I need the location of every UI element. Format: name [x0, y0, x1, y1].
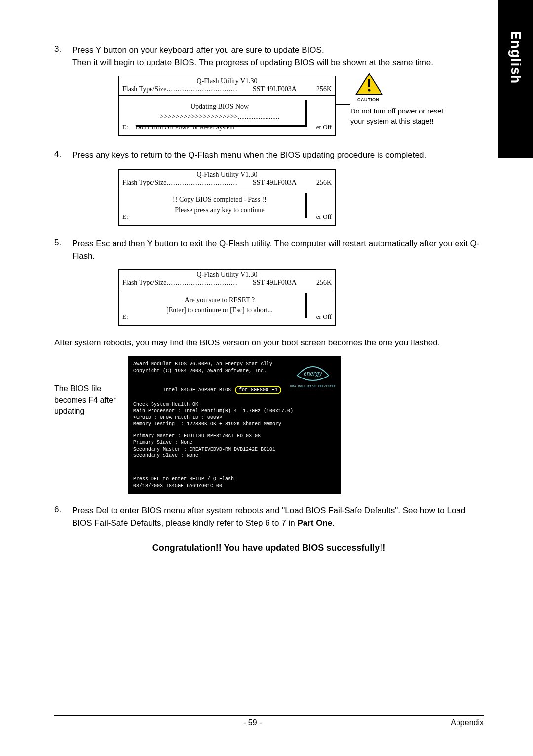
bios-box: Q-Flash Utility V1.30 Flash Type/Size SS…: [118, 169, 336, 226]
epa-text: EPA POLLUTION PREVENTER: [290, 385, 336, 388]
bios-flash-row: Flash Type/Size SST 49LF003A 256K: [119, 279, 335, 289]
page-footer: - 59 - Appendix: [54, 715, 484, 727]
bios-left-e: E:: [122, 123, 128, 131]
bios-panel-updating: Q-Flash Utility V1.30 Flash Type/Size SS…: [118, 76, 484, 140]
caution-text: Do not turn off power or reset your syst…: [350, 106, 449, 127]
bios-version-highlight: for 8GE800 F4: [235, 386, 281, 395]
step-6-text-a: Press Del to enter BIOS menu after syste…: [72, 506, 465, 528]
step-text: Press Esc and then Y button to exit the …: [72, 238, 484, 262]
step-text: Press Del to enter BIOS menu after syste…: [72, 505, 484, 529]
language-tab: English: [498, 0, 533, 158]
boot-line: <CPUID : 0F0A Patch ID : 0009>: [133, 415, 336, 421]
boot-line: Press DEL to enter SETUP / Q-Flash: [133, 476, 234, 483]
bios-reset-line2: [Enter] to continure or [Esc] to abort..…: [140, 305, 300, 315]
bios-flash-label: Flash Type/Size: [122, 179, 166, 187]
bios-flash-dots: [166, 279, 253, 287]
bios-flash-size: 256K: [297, 179, 332, 187]
caution-icon: [355, 73, 383, 98]
bios-box: Q-Flash Utility V1.30 Flash Type/Size SS…: [118, 269, 336, 326]
step-4: 4. Press any keys to return to the Q-Fla…: [54, 150, 484, 162]
step-3-line-1: Press Y button on your keyboard after yo…: [72, 45, 324, 55]
step-6-part-one: Part One: [297, 518, 332, 528]
bios-inner-panel: Are you sure to RESET ? [Enter] to conti…: [134, 291, 305, 319]
language-tab-label: English: [508, 31, 524, 84]
step-3-line-2: Then it will begin to update BIOS. The p…: [72, 58, 433, 67]
footer-section: Appendix: [451, 718, 484, 727]
bios-right-off: er Off: [316, 313, 332, 321]
boot-screen: energy EPA POLLUTION PREVENTER Award Mod…: [128, 356, 341, 494]
bios-left-e: E:: [122, 213, 128, 221]
caution-label: CAUTION: [357, 97, 380, 102]
step-6-text-c: .: [332, 518, 335, 528]
bios-flash-dots: [166, 85, 253, 93]
boot-line: 03/18/2003-I845GE-6A69YG01C-00: [133, 483, 234, 490]
bios-inner-panel: !! Copy BIOS completed - Pass !! Please …: [134, 191, 305, 219]
bios-left-e: E:: [122, 313, 128, 321]
bios-flash-label: Flash Type/Size: [122, 85, 166, 93]
bios-flash-row: Flash Type/Size SST 49LF003A 256K: [119, 179, 335, 189]
bios-title: Q-Flash Utility V1.30: [119, 170, 335, 179]
congratulation-heading: Congratulation!! You have updated BIOS s…: [54, 543, 484, 553]
bios-title: Q-Flash Utility V1.30: [119, 76, 335, 85]
boot-line: Secondary Master : CREATIVEDVD-RM DVD124…: [133, 446, 336, 453]
bios-flash-value: SST 49LF003A: [253, 179, 297, 187]
step-text: Press Y button on your keyboard after yo…: [72, 44, 484, 69]
boot-bios-prefix: Intel 845GE AGPSet BIOS: [163, 387, 234, 393]
bios-reset-line1: Are you sure to RESET ?: [140, 295, 300, 305]
step-number: 6.: [54, 505, 72, 529]
boot-line: Primary Slave : None: [133, 439, 336, 446]
step-5: 5. Press Esc and then Y button to exit t…: [54, 238, 484, 262]
step-number: 5.: [54, 238, 72, 262]
step-3: 3. Press Y button on your keyboard after…: [54, 44, 484, 69]
bios-flash-dots: [166, 179, 253, 187]
bios-flash-value: SST 49LF003A: [253, 85, 297, 93]
bios-panel-reset: Q-Flash Utility V1.30 Flash Type/Size SS…: [118, 269, 484, 328]
boot-line: Secondary Slave : None: [133, 453, 336, 459]
step-number: 3.: [54, 44, 72, 69]
boot-line: Check System Health OK: [133, 401, 336, 408]
step-6: 6. Press Del to enter BIOS menu after sy…: [54, 505, 484, 529]
boot-screen-label: The BIOS file becomes F4 after updating: [54, 356, 128, 416]
bios-panel-completed: Q-Flash Utility V1.30 Flash Type/Size SS…: [118, 169, 484, 228]
page-number: - 59 -: [54, 718, 451, 727]
bios-flash-row: Flash Type/Size SST 49LF003A 256K: [119, 85, 335, 95]
bios-right-off: er Off: [316, 123, 332, 131]
energy-star-logo: energy EPA POLLUTION PREVENTER: [290, 361, 336, 388]
boot-screen-section: The BIOS file becomes F4 after updating …: [54, 356, 484, 494]
bios-box: Q-Flash Utility V1.30 Flash Type/Size SS…: [118, 76, 336, 136]
caution-connector-line: [336, 104, 350, 105]
page-content: 3. Press Y button on your keyboard after…: [54, 44, 484, 553]
step-number: 4.: [54, 150, 72, 162]
svg-point-2: [368, 89, 371, 92]
bios-completed-line2: Please press any key to continue: [140, 205, 300, 215]
bios-inner-panel: Updating BIOS Now >>>>>>>>>>>>>>>>>>>>..…: [134, 98, 305, 125]
bios-flash-size: 256K: [297, 85, 332, 93]
bios-updating-progress: >>>>>>>>>>>>>>>>>>>>....................…: [140, 112, 300, 122]
bios-completed-line1: !! Copy BIOS completed - Pass !!: [140, 194, 300, 205]
step-text: Press any keys to return to the Q-Flash …: [72, 150, 484, 162]
bios-updating-line1: Updating BIOS Now: [140, 101, 300, 112]
boot-line: Main Processor : Intel Pentium(R) 4 1.7G…: [133, 408, 336, 415]
bios-title: Q-Flash Utility V1.30: [119, 270, 335, 279]
bios-flash-label: Flash Type/Size: [122, 279, 166, 287]
bios-flash-value: SST 49LF003A: [253, 279, 297, 287]
boot-line: Memory Testing : 122880K OK + 8192K Shar…: [133, 421, 336, 428]
bios-right-off: er Off: [316, 213, 332, 221]
svg-text:energy: energy: [304, 370, 322, 377]
boot-line: Primary Master : FUJITSU MPE3170AT ED-03…: [133, 433, 336, 440]
bios-flash-size: 256K: [297, 279, 332, 287]
svg-rect-1: [368, 79, 370, 87]
after-reboot-paragraph: After system reboots, you may find the B…: [54, 338, 484, 348]
